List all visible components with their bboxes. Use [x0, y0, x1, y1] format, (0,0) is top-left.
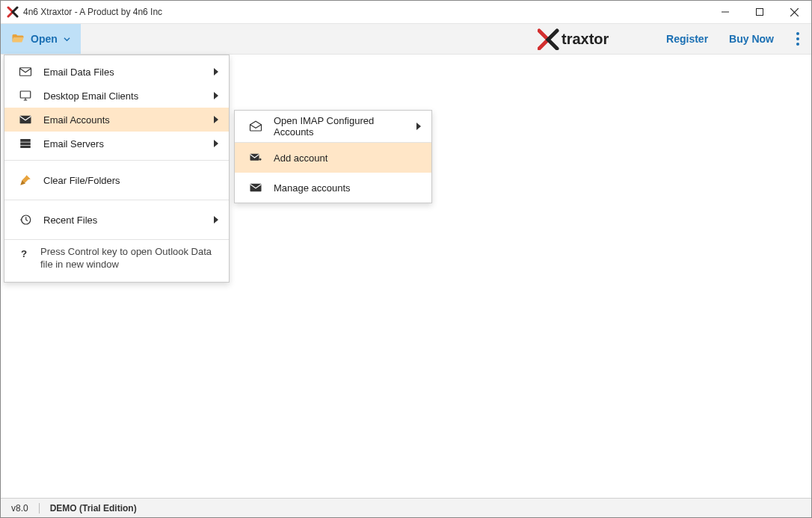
submenu-item-label: Open IMAP Configured Accounts: [274, 115, 405, 138]
close-button[interactable]: [777, 1, 811, 23]
brand-text: traxtor: [562, 31, 609, 47]
svg-rect-12: [20, 146, 31, 148]
menu-item-label: Recent Files: [43, 215, 202, 226]
svg-rect-7: [20, 68, 31, 76]
open-label: Open: [31, 33, 58, 45]
chevron-down-icon: [64, 36, 70, 43]
chevron-right-icon: [212, 140, 220, 147]
chevron-right-icon: [212, 116, 220, 123]
app-window: 4n6 Xtraxtor - A Product by 4n6 Inc Open: [0, 0, 812, 518]
buy-now-link[interactable]: Buy Now: [719, 24, 784, 54]
svg-rect-1: [757, 9, 763, 16]
mail-open-icon: [248, 120, 263, 133]
desktop-icon: [18, 89, 33, 102]
menu-item-email-servers[interactable]: Email Servers: [4, 132, 229, 155]
menu-item-email-data-files[interactable]: Email Data Files: [4, 60, 229, 84]
open-button[interactable]: Open: [1, 24, 81, 54]
svg-text:?: ?: [21, 248, 27, 259]
submenu-item-open-imap[interactable]: Open IMAP Configured Accounts: [235, 111, 431, 142]
svg-rect-9: [20, 116, 31, 124]
statusbar: v8.0 DEMO (Trial Edition): [1, 498, 811, 517]
app-logo-icon: [7, 6, 19, 18]
menu-item-label: Email Data Files: [43, 67, 202, 78]
menu-item-desktop-email-clients[interactable]: Desktop Email Clients: [4, 84, 229, 108]
envelope-icon: [18, 113, 33, 126]
mail-add-icon: [248, 151, 263, 164]
version-label: v8.0: [11, 503, 28, 514]
titlebar: 4n6 Xtraxtor - A Product by 4n6 Inc: [1, 1, 811, 23]
mail-manage-icon: [248, 181, 263, 194]
folder-open-icon: [11, 32, 25, 46]
menu-item-recent-files[interactable]: Recent Files: [4, 208, 229, 232]
submenu-item-add-account[interactable]: Add account: [235, 143, 431, 173]
chevron-right-icon: [212, 216, 220, 223]
menu-hint: ? Press Control key to open Outlook Data…: [4, 240, 229, 282]
submenu-item-label: Manage accounts: [274, 182, 422, 194]
menu-item-label: Desktop Email Clients: [43, 90, 202, 102]
content-area: Email Data Files Desktop Email Clients E…: [1, 55, 811, 498]
menu-item-email-accounts[interactable]: Email Accounts: [4, 108, 229, 132]
svg-rect-10: [20, 139, 31, 142]
menu-item-label: Email Accounts: [43, 114, 202, 126]
chevron-right-icon: [212, 92, 220, 99]
menu-item-clear-files[interactable]: Clear File/Folders: [4, 168, 229, 192]
divider: [39, 503, 40, 514]
svg-point-5: [796, 37, 799, 40]
svg-rect-8: [20, 91, 31, 98]
register-link[interactable]: Register: [656, 24, 719, 54]
submenu-item-manage-accounts[interactable]: Manage accounts: [235, 173, 431, 203]
email-accounts-submenu: Open IMAP Configured Accounts Add accoun…: [234, 110, 432, 203]
menu-item-label: Email Servers: [43, 138, 202, 149]
submenu-item-label: Add account: [274, 152, 422, 164]
svg-point-4: [796, 32, 799, 35]
menu-hint-text: Press Control key to open Outlook Data f…: [40, 246, 215, 271]
svg-rect-15: [250, 154, 259, 161]
history-icon: [18, 213, 33, 226]
svg-rect-16: [250, 184, 262, 192]
server-icon: [18, 137, 33, 150]
menu-item-label: Clear File/Folders: [43, 175, 220, 186]
toolbar: Open traxtor Register Buy Now: [1, 23, 811, 55]
minimize-button[interactable]: [708, 1, 742, 23]
svg-rect-11: [20, 143, 31, 146]
chevron-right-icon: [212, 68, 220, 75]
svg-point-6: [796, 43, 799, 46]
maximize-button[interactable]: [742, 1, 777, 23]
open-menu: Email Data Files Desktop Email Clients E…: [4, 55, 230, 283]
chevron-right-icon: [415, 123, 422, 130]
window-title: 4n6 Xtraxtor - A Product by 4n6 Inc: [23, 7, 162, 17]
brand-logo: traxtor: [524, 24, 656, 54]
more-options-button[interactable]: [784, 24, 811, 54]
mail-icon: [18, 65, 33, 78]
broom-icon: [18, 173, 33, 187]
edition-label: DEMO (Trial Edition): [50, 503, 137, 514]
question-icon: ?: [18, 246, 30, 271]
